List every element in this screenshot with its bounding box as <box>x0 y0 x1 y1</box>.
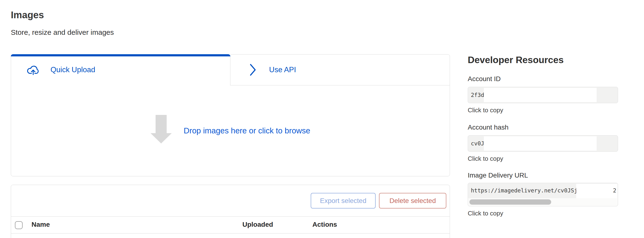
redaction-overlay <box>576 184 618 198</box>
image-delivery-url-copy-hint: Click to copy <box>468 210 618 216</box>
account-hash-copy-hint: Click to copy <box>468 155 618 162</box>
developer-resources-panel: Developer Resources Account ID 2f3d Clic… <box>468 55 618 216</box>
url-scrollbar-thumb[interactable] <box>470 199 551 205</box>
tab-quick-upload-label: Quick Upload <box>50 66 95 74</box>
dropzone-label: Drop images here or click to browse <box>184 126 310 135</box>
column-header-uploaded: Uploaded <box>242 221 273 229</box>
arrow-down-icon <box>150 115 172 143</box>
images-page: Images Store, resize and deliver images … <box>0 0 644 238</box>
active-tab-accent-bar <box>11 54 230 56</box>
account-id-label: Account ID <box>468 75 618 83</box>
upload-tabs: Quick Upload Use API <box>11 54 450 85</box>
developer-resources-title: Developer Resources <box>468 55 618 65</box>
table-toolbar: Export selected Delete selected <box>11 185 450 217</box>
tab-quick-upload[interactable]: Quick Upload <box>11 54 230 85</box>
page-title: Images <box>11 9 44 20</box>
column-header-name: Name <box>32 221 50 229</box>
redacted-value-fragment: 2 <box>613 183 616 198</box>
url-horizontal-scrollbar <box>468 198 618 206</box>
table-header-row: Name Uploaded Actions <box>11 217 450 234</box>
export-selected-button[interactable]: Export selected <box>311 193 376 209</box>
account-id-copy-hint: Click to copy <box>468 107 618 113</box>
account-id-field[interactable]: 2f3d <box>468 87 618 103</box>
images-table-box: Export selected Delete selected Name Upl… <box>11 185 450 238</box>
image-delivery-url-field[interactable]: https://imagedelivery.net/cv0JSj 2 <box>468 183 618 206</box>
chevron-right-icon <box>250 64 256 76</box>
tab-use-api[interactable]: Use API <box>230 54 450 85</box>
page-subtitle: Store, resize and deliver images <box>11 28 114 36</box>
cloud-upload-icon <box>27 64 40 75</box>
delete-selected-button[interactable]: Delete selected <box>379 193 446 209</box>
redaction-overlay <box>484 136 597 151</box>
account-hash-field[interactable]: cv0J <box>468 135 618 152</box>
image-dropzone[interactable]: Drop images here or click to browse <box>11 85 450 176</box>
column-header-actions: Actions <box>312 221 337 229</box>
account-hash-label: Account hash <box>468 123 618 131</box>
redaction-overlay <box>484 88 597 102</box>
image-delivery-url-label: Image Delivery URL <box>468 171 618 179</box>
select-all-checkbox[interactable] <box>15 221 22 229</box>
tab-use-api-label: Use API <box>269 66 296 74</box>
